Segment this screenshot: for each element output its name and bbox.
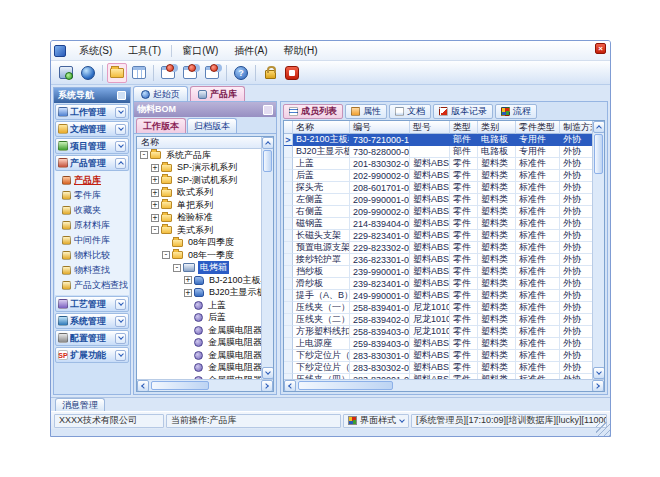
menu-item-2[interactable]: 窗口(W) (174, 42, 226, 60)
scroll-up-icon[interactable] (593, 121, 605, 133)
tree-node[interactable]: +检验标准 (137, 212, 261, 225)
table-row[interactable]: 挡纱板239-990001-01X塑料ABS零件塑料类标准件外协条 (284, 266, 592, 278)
scrollbar-thumb[interactable] (594, 134, 603, 174)
table-row[interactable]: >BJ-2100主板单点730-721000-12X部件电路板专用件外协颗 (284, 134, 592, 146)
table-row[interactable]: 探头壳208-601701-01X塑料ABS零件塑料类标准件外协条 (284, 182, 592, 194)
table-header-编号[interactable]: 编号 (350, 121, 410, 134)
tab-版本记录[interactable]: 版本记录 (433, 104, 493, 119)
collapse-icon[interactable]: - (151, 226, 159, 234)
chevron-down-icon[interactable] (115, 316, 126, 327)
table-row[interactable]: 滑纱板239-823401-00X塑料ABS零件塑料类标准件外协条 (284, 278, 592, 290)
expand-icon[interactable]: + (151, 214, 159, 222)
tree-node[interactable]: -美式系列 (137, 224, 261, 237)
tree-node[interactable]: +BJ20主显示板 (137, 287, 261, 300)
expand-icon[interactable]: + (151, 201, 159, 209)
toolbar-button-report-new[interactable] (158, 63, 178, 83)
tree-column-header[interactable]: 名称 (137, 137, 261, 149)
scroll-down-icon[interactable] (593, 367, 605, 379)
tab-成员列表[interactable]: 成员列表 (283, 104, 343, 119)
tree-node[interactable]: -电烤箱 (137, 262, 261, 275)
table-row[interactable]: 压线夹（二）258-839402-00X尼龙1010零件塑料类标准件外协条 (284, 314, 592, 326)
scroll-right-icon[interactable] (261, 380, 273, 392)
menu-item-3[interactable]: 插件(A) (226, 42, 275, 60)
chevron-down-icon[interactable] (115, 333, 126, 344)
toolbar-button-help[interactable]: ? (231, 63, 251, 83)
sidebar-group-6[interactable]: 配置管理 (55, 330, 129, 346)
expand-icon[interactable]: + (151, 164, 159, 172)
scrollbar-thumb[interactable] (151, 381, 209, 390)
tab-文档[interactable]: 文档 (389, 104, 431, 119)
tree-node[interactable]: +欧式系列 (137, 187, 261, 200)
sidebar-group-0[interactable]: 工作管理 (55, 104, 129, 120)
expand-icon[interactable]: + (184, 289, 192, 297)
table-header-名称[interactable]: 名称 (293, 121, 350, 134)
table-row[interactable]: 上电源座259-839403-00X塑料ABS零件塑料类标准件外协条 (284, 338, 592, 350)
tree-node[interactable]: +金属膜电阻器 (137, 349, 261, 362)
sidebar-group-2[interactable]: 项目管理 (55, 138, 129, 154)
tree-horizontal-scrollbar[interactable] (137, 379, 273, 391)
sidebar-item-物料查找[interactable]: 物料查找 (55, 263, 129, 278)
tree-node[interactable]: -08年一季度 (137, 249, 261, 262)
tab-工作版本[interactable]: 工作版本 (136, 118, 186, 133)
table-row[interactable]: BJ20主显示板730-828000-04X部件电路板专用件外协颗 (284, 146, 592, 158)
menu-item-0[interactable]: 系统(S) (71, 42, 120, 60)
chevron-down-icon[interactable] (115, 141, 126, 152)
table-row[interactable]: 提手（A、B）249-990001-01X塑料ABS零件塑料类标准件外协条 (284, 290, 592, 302)
tree-node[interactable]: +SP-测试机系列 (137, 174, 261, 187)
scroll-left-icon[interactable] (284, 380, 296, 392)
table-row[interactable]: 长磁头支架229-823401-00X塑料ABS零件塑料类标准件外协条 (284, 230, 592, 242)
tree-node[interactable]: +SP-演示机系列 (137, 162, 261, 175)
sidebar-group-4[interactable]: 工艺管理 (55, 296, 129, 312)
toolbar-button-lock[interactable] (260, 63, 280, 83)
sidebar-item-原材料库[interactable]: 原材料库 (55, 218, 129, 233)
tree-node[interactable]: +金属膜电阻器 (137, 337, 261, 350)
table-row[interactable]: 下纱定位片（右）283-830302-00X塑料ABS零件塑料类标准件外协条 (284, 362, 592, 374)
table-row[interactable]: 右侧盖209-990002-01X塑料ABS零件塑料类标准件外协条 (284, 206, 592, 218)
menu-item-4[interactable]: 帮助(H) (276, 42, 326, 60)
tab-归档版本[interactable]: 归档版本 (187, 118, 237, 133)
table-row[interactable]: 下纱定位片（左）283-830301-00X塑料ABS零件塑料类标准件外协条 (284, 350, 592, 362)
sidebar-item-物料比较[interactable]: 物料比较 (55, 248, 129, 263)
table-row[interactable]: 压线夹（一）258-839401-00X尼龙1010零件塑料类标准件外协条 (284, 302, 592, 314)
table-row[interactable]: 后盖202-990002-01X塑料ABS零件塑料类标准件外协条 (284, 170, 592, 182)
tree-node[interactable]: +上盖 (137, 299, 261, 312)
ui-style-dropdown[interactable]: 界面样式 (343, 414, 409, 428)
toolbar-button-globe[interactable] (78, 63, 98, 83)
table-row[interactable]: 方形塑料线扣258-839403-00X尼龙1010零件塑料类标准件外协条 (284, 326, 592, 338)
scroll-left-icon[interactable] (137, 380, 149, 392)
table-row[interactable]: 左侧盖209-990001-01X塑料ABS零件塑料类标准件外协条 (284, 194, 592, 206)
sidebar-item-收藏夹[interactable]: 收藏夹 (55, 203, 129, 218)
tree-vertical-scrollbar[interactable] (261, 137, 273, 379)
tree-node[interactable]: -系统产品库 (137, 149, 261, 162)
chevron-down-icon[interactable] (115, 350, 126, 361)
collapse-icon[interactable]: - (140, 151, 148, 159)
sidebar-group-3[interactable]: 产品管理 (55, 155, 129, 171)
tree-node[interactable]: +08年四季度 (137, 237, 261, 250)
chevron-down-icon[interactable] (115, 107, 126, 118)
menu-item-1[interactable]: 工具(T) (120, 42, 169, 60)
table-header-制造方式[interactable]: 制造方式 (560, 121, 592, 134)
toolbar-button-folder-open[interactable] (107, 63, 127, 83)
toolbar-button-report-grid[interactable] (129, 63, 149, 83)
tree-node[interactable]: +金属膜电阻器 (137, 324, 261, 337)
chevron-down-icon[interactable] (115, 124, 126, 135)
table-row[interactable]: 磁钢盖214-839404-01X塑料ABS零件塑料类标准件外协条 (284, 218, 592, 230)
table-horizontal-scrollbar[interactable] (284, 379, 604, 391)
scroll-right-icon[interactable] (592, 380, 604, 392)
collapse-icon[interactable]: - (173, 264, 181, 272)
expand-icon[interactable]: + (151, 176, 159, 184)
sidebar-item-中间件库[interactable]: 中间件库 (55, 233, 129, 248)
sidebar-header-button[interactable] (117, 91, 126, 100)
tab-产品库[interactable]: 产品库 (190, 86, 245, 101)
tab-流程[interactable]: 流程 (495, 104, 537, 119)
tab-起始页[interactable]: 起始页 (133, 86, 188, 101)
table-header-型号[interactable]: 型号 (410, 121, 450, 134)
close-tab-icon[interactable]: × (595, 43, 606, 54)
scroll-up-icon[interactable] (262, 137, 274, 149)
chevron-down-icon[interactable] (115, 299, 126, 310)
tree-node[interactable]: +单把系列 (137, 199, 261, 212)
sidebar-group-1[interactable]: 文档管理 (55, 121, 129, 137)
collapse-icon[interactable]: - (162, 251, 170, 259)
table-row[interactable]: 接纱轮护罩236-823301-00X塑料ABS零件塑料类标准件外协条 (284, 254, 592, 266)
chevron-up-icon[interactable] (115, 158, 126, 169)
